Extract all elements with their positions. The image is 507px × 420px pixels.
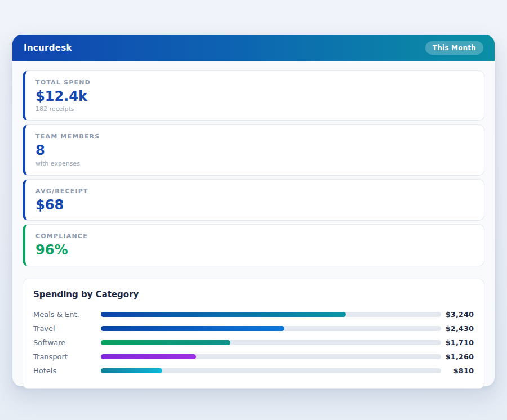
chart-row: Hotels $810 xyxy=(33,364,474,378)
chart-rows: Meals & Ent. $3,240 Travel $2,430 Softwa… xyxy=(33,307,474,378)
category-value: $3,240 xyxy=(441,310,474,319)
stat-subtext: with expenses xyxy=(35,160,474,167)
stat-value: 8 xyxy=(35,143,474,158)
category-label: Software xyxy=(33,338,101,347)
chart-title: Spending by Category xyxy=(33,289,474,300)
stat-card: TOTAL SPEND $12.4k 182 receipts xyxy=(23,70,484,121)
stat-value: $68 xyxy=(35,198,474,212)
bar-track xyxy=(101,354,441,359)
category-value: $1,260 xyxy=(441,352,474,361)
stat-value: 96% xyxy=(35,243,474,257)
category-value: $2,430 xyxy=(441,324,474,333)
category-label: Transport xyxy=(33,352,101,361)
bar-fill xyxy=(101,354,196,359)
chart-row: Travel $2,430 xyxy=(33,321,474,336)
bar-track xyxy=(101,340,441,345)
chart-row: Transport $1,260 xyxy=(33,350,474,364)
period-badge[interactable]: This Month xyxy=(425,41,483,55)
app-title: Incurdesk xyxy=(24,43,72,53)
chart-row: Meals & Ent. $3,240 xyxy=(33,307,474,321)
chart-row: Software $1,710 xyxy=(33,336,474,350)
stat-label: TEAM MEMBERS xyxy=(35,133,474,140)
bar-track xyxy=(101,312,441,317)
stat-label: COMPLIANCE xyxy=(35,233,474,240)
stat-subtext: 182 receipts xyxy=(35,105,474,113)
category-value: $810 xyxy=(441,367,474,375)
stat-value: $12.4k xyxy=(35,89,474,104)
bar-fill xyxy=(101,326,284,331)
stat-label: TOTAL SPEND xyxy=(35,79,474,86)
category-label: Travel xyxy=(33,324,101,333)
bar-fill xyxy=(101,312,346,317)
app-header: Incurdesk This Month xyxy=(12,35,495,61)
category-value: $1,710 xyxy=(441,338,474,347)
bar-track xyxy=(101,368,441,373)
category-label: Meals & Ent. xyxy=(33,310,101,319)
bar-fill xyxy=(101,368,162,373)
stats-list: TOTAL SPEND $12.4k 182 receipts TEAM MEM… xyxy=(23,70,484,266)
bar-fill xyxy=(101,340,230,345)
stat-card: TEAM MEMBERS 8 with expenses xyxy=(23,124,484,175)
bar-track xyxy=(101,326,441,331)
stat-label: AVG/RECEIPT xyxy=(35,187,474,195)
stat-card: AVG/RECEIPT $68 xyxy=(23,179,484,221)
stat-card: COMPLIANCE 96% xyxy=(23,224,484,266)
dashboard-panel: Incurdesk This Month TOTAL SPEND $12.4k … xyxy=(12,35,495,386)
spending-by-category-card: Spending by Category Meals & Ent. $3,240… xyxy=(23,279,484,389)
category-label: Hotels xyxy=(33,367,101,375)
dashboard-content: TOTAL SPEND $12.4k 182 receipts TEAM MEM… xyxy=(12,61,495,399)
